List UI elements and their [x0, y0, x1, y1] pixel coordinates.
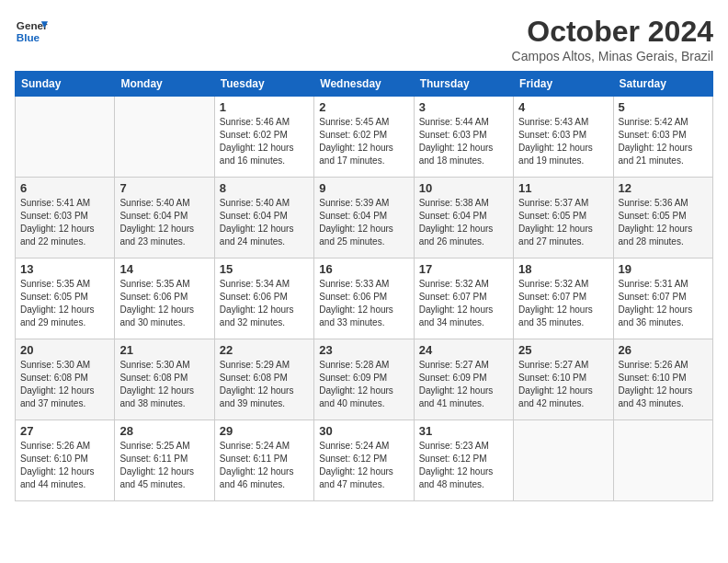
day-number: 12 [619, 181, 708, 195]
calendar-cell: 22Sunrise: 5:29 AMSunset: 6:08 PMDayligh… [214, 339, 313, 420]
day-number: 26 [619, 343, 708, 357]
day-info: Sunrise: 5:32 AMSunset: 6:07 PMDaylight:… [419, 278, 508, 329]
day-info: Sunrise: 5:28 AMSunset: 6:09 PMDaylight:… [319, 359, 408, 410]
calendar-week-5: 27Sunrise: 5:26 AMSunset: 6:10 PMDayligh… [16, 420, 713, 501]
calendar-cell: 31Sunrise: 5:23 AMSunset: 6:12 PMDayligh… [414, 420, 513, 501]
title-block: October 2024 Campos Altos, Minas Gerais,… [512, 15, 713, 63]
day-number: 6 [20, 181, 109, 195]
col-tuesday: Tuesday [214, 72, 313, 97]
day-info: Sunrise: 5:31 AMSunset: 6:07 PMDaylight:… [619, 278, 708, 329]
day-number: 2 [319, 100, 408, 114]
day-number: 24 [419, 343, 508, 357]
day-info: Sunrise: 5:43 AMSunset: 6:03 PMDaylight:… [518, 116, 608, 167]
svg-text:Blue: Blue [17, 31, 40, 43]
calendar-week-3: 13Sunrise: 5:35 AMSunset: 6:05 PMDayligh… [16, 259, 713, 339]
day-info: Sunrise: 5:30 AMSunset: 6:08 PMDaylight:… [20, 359, 109, 410]
calendar-cell [16, 97, 115, 178]
calendar-cell: 17Sunrise: 5:32 AMSunset: 6:07 PMDayligh… [414, 259, 513, 339]
day-info: Sunrise: 5:35 AMSunset: 6:06 PMDaylight:… [119, 278, 209, 329]
day-number: 27 [20, 424, 109, 438]
day-info: Sunrise: 5:44 AMSunset: 6:03 PMDaylight:… [419, 116, 508, 167]
day-info: Sunrise: 5:33 AMSunset: 6:06 PMDaylight:… [319, 278, 408, 329]
calendar-table: Sunday Monday Tuesday Wednesday Thursday… [15, 71, 713, 501]
col-thursday: Thursday [414, 72, 513, 97]
day-info: Sunrise: 5:27 AMSunset: 6:10 PMDaylight:… [518, 359, 608, 410]
day-number: 19 [619, 262, 708, 276]
day-info: Sunrise: 5:24 AMSunset: 6:11 PMDaylight:… [220, 440, 309, 491]
day-number: 20 [20, 343, 109, 357]
day-number: 16 [319, 262, 408, 276]
calendar-cell: 1Sunrise: 5:46 AMSunset: 6:02 PMDaylight… [214, 97, 313, 178]
calendar-cell: 6Sunrise: 5:41 AMSunset: 6:03 PMDaylight… [16, 178, 115, 259]
col-friday: Friday [514, 72, 613, 97]
calendar-cell: 13Sunrise: 5:35 AMSunset: 6:05 PMDayligh… [16, 259, 115, 339]
calendar-cell: 21Sunrise: 5:30 AMSunset: 6:08 PMDayligh… [115, 339, 214, 420]
calendar-cell: 30Sunrise: 5:24 AMSunset: 6:12 PMDayligh… [314, 420, 414, 501]
day-info: Sunrise: 5:30 AMSunset: 6:08 PMDaylight:… [119, 359, 209, 410]
day-info: Sunrise: 5:32 AMSunset: 6:07 PMDaylight:… [518, 278, 608, 329]
day-number: 7 [119, 181, 209, 195]
day-number: 21 [119, 343, 209, 357]
day-info: Sunrise: 5:46 AMSunset: 6:02 PMDaylight:… [220, 116, 309, 167]
col-saturday: Saturday [613, 72, 712, 97]
calendar-week-4: 20Sunrise: 5:30 AMSunset: 6:08 PMDayligh… [16, 339, 713, 420]
calendar-cell: 19Sunrise: 5:31 AMSunset: 6:07 PMDayligh… [613, 259, 712, 339]
calendar-cell: 12Sunrise: 5:36 AMSunset: 6:05 PMDayligh… [613, 178, 712, 259]
day-info: Sunrise: 5:37 AMSunset: 6:05 PMDaylight:… [518, 197, 608, 248]
calendar-cell: 2Sunrise: 5:45 AMSunset: 6:02 PMDaylight… [314, 97, 414, 178]
location-title: Campos Altos, Minas Gerais, Brazil [512, 49, 713, 63]
calendar-cell: 18Sunrise: 5:32 AMSunset: 6:07 PMDayligh… [514, 259, 613, 339]
svg-text:General: General [17, 19, 48, 31]
day-info: Sunrise: 5:36 AMSunset: 6:05 PMDaylight:… [619, 197, 708, 248]
calendar-week-1: 1Sunrise: 5:46 AMSunset: 6:02 PMDaylight… [16, 97, 713, 178]
col-monday: Monday [115, 72, 214, 97]
day-info: Sunrise: 5:27 AMSunset: 6:09 PMDaylight:… [419, 359, 508, 410]
day-info: Sunrise: 5:40 AMSunset: 6:04 PMDaylight:… [220, 197, 309, 248]
day-number: 23 [319, 343, 408, 357]
calendar-cell: 28Sunrise: 5:25 AMSunset: 6:11 PMDayligh… [115, 420, 214, 501]
column-headers: Sunday Monday Tuesday Wednesday Thursday… [16, 72, 713, 97]
day-number: 18 [518, 262, 608, 276]
day-number: 9 [319, 181, 408, 195]
calendar-cell: 26Sunrise: 5:26 AMSunset: 6:10 PMDayligh… [613, 339, 712, 420]
calendar-cell [514, 420, 613, 501]
calendar-cell: 10Sunrise: 5:38 AMSunset: 6:04 PMDayligh… [414, 178, 513, 259]
calendar-cell: 8Sunrise: 5:40 AMSunset: 6:04 PMDaylight… [214, 178, 313, 259]
day-info: Sunrise: 5:38 AMSunset: 6:04 PMDaylight:… [419, 197, 508, 248]
calendar-cell: 14Sunrise: 5:35 AMSunset: 6:06 PMDayligh… [115, 259, 214, 339]
calendar-cell: 3Sunrise: 5:44 AMSunset: 6:03 PMDaylight… [414, 97, 513, 178]
day-number: 10 [419, 181, 508, 195]
day-info: Sunrise: 5:35 AMSunset: 6:05 PMDaylight:… [20, 278, 109, 329]
day-number: 8 [220, 181, 309, 195]
day-number: 1 [220, 100, 309, 114]
calendar-cell: 7Sunrise: 5:40 AMSunset: 6:04 PMDaylight… [115, 178, 214, 259]
day-info: Sunrise: 5:26 AMSunset: 6:10 PMDaylight:… [619, 359, 708, 410]
day-number: 30 [319, 424, 408, 438]
day-info: Sunrise: 5:41 AMSunset: 6:03 PMDaylight:… [20, 197, 109, 248]
day-number: 14 [119, 262, 209, 276]
calendar-cell: 9Sunrise: 5:39 AMSunset: 6:04 PMDaylight… [314, 178, 414, 259]
calendar-cell: 4Sunrise: 5:43 AMSunset: 6:03 PMDaylight… [514, 97, 613, 178]
calendar-cell: 11Sunrise: 5:37 AMSunset: 6:05 PMDayligh… [514, 178, 613, 259]
calendar-cell: 27Sunrise: 5:26 AMSunset: 6:10 PMDayligh… [16, 420, 115, 501]
col-sunday: Sunday [16, 72, 115, 97]
calendar-week-2: 6Sunrise: 5:41 AMSunset: 6:03 PMDaylight… [16, 178, 713, 259]
day-number: 4 [518, 100, 608, 114]
day-info: Sunrise: 5:40 AMSunset: 6:04 PMDaylight:… [119, 197, 209, 248]
day-number: 28 [119, 424, 209, 438]
day-number: 15 [220, 262, 309, 276]
day-info: Sunrise: 5:24 AMSunset: 6:12 PMDaylight:… [319, 440, 408, 491]
day-info: Sunrise: 5:29 AMSunset: 6:08 PMDaylight:… [220, 359, 309, 410]
calendar-cell: 25Sunrise: 5:27 AMSunset: 6:10 PMDayligh… [514, 339, 613, 420]
day-number: 5 [619, 100, 708, 114]
day-info: Sunrise: 5:34 AMSunset: 6:06 PMDaylight:… [220, 278, 309, 329]
day-number: 11 [518, 181, 608, 195]
day-info: Sunrise: 5:45 AMSunset: 6:02 PMDaylight:… [319, 116, 408, 167]
logo: General Blue [15, 15, 48, 48]
calendar-cell: 5Sunrise: 5:42 AMSunset: 6:03 PMDaylight… [613, 97, 712, 178]
calendar-cell: 20Sunrise: 5:30 AMSunset: 6:08 PMDayligh… [16, 339, 115, 420]
day-number: 25 [518, 343, 608, 357]
calendar-cell: 29Sunrise: 5:24 AMSunset: 6:11 PMDayligh… [214, 420, 313, 501]
day-info: Sunrise: 5:26 AMSunset: 6:10 PMDaylight:… [20, 440, 109, 491]
logo-icon: General Blue [15, 15, 48, 48]
